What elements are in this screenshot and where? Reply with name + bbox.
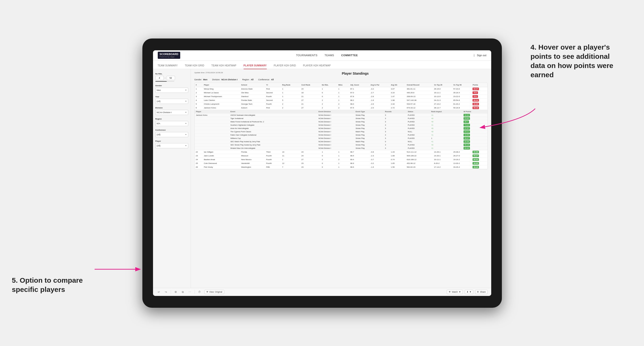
brand-sub: Powered by clippi — [160, 56, 178, 58]
sidebar-player: Player (All) ▼ — [156, 140, 188, 148]
view-icon: 👁 — [206, 291, 208, 293]
conference-label: Conference — [156, 129, 188, 131]
col-conf-rank: Conf Rank — [300, 83, 320, 87]
share-icon: ⬆ — [477, 291, 479, 293]
tooltip-row: SEC Stroke Play hosted by Jerry Pate NCA… — [195, 143, 488, 147]
brand: SCOREBOARD Powered by clippi — [158, 52, 180, 59]
tooltip-row: Mirabel Maui Jim Intercollegiate NCAA Di… — [195, 147, 488, 150]
tab-player-h2h-heatmap[interactable]: PLAYER H2H HEATMAP — [303, 64, 331, 69]
col-adj-score: Adj. Score — [349, 83, 370, 87]
eye-icon: 👁 — [449, 291, 451, 293]
view-original-label: View: Original — [209, 291, 222, 293]
chevron-down-icon-6: ▼ — [185, 145, 187, 147]
main-content: No Rds. - Gender Men ▼ — [153, 69, 491, 288]
top-nav: SCOREBOARD Powered by clippi TOURNAMENTS… — [153, 50, 491, 61]
division-value: NCAA Division I — [157, 111, 172, 114]
player-select[interactable]: (All) ▼ — [156, 143, 188, 148]
col-player: Player — [203, 83, 240, 87]
player-label: Player — [156, 140, 188, 142]
clock-button[interactable]: ⏱ — [197, 290, 202, 294]
range-sep: - — [165, 77, 166, 79]
table-row: 6 Jackson Koivu Auburn First 2 27 2 2 67… — [195, 106, 488, 110]
tablet-shell: SCOREBOARD Powered by clippi TOURNAMENTS… — [142, 38, 502, 308]
tooltip-col-type: Event Type — [354, 110, 384, 114]
tooltip-col-wpoints: W Points — [462, 110, 488, 114]
col-points: Points — [471, 83, 487, 87]
division-label: Division — [156, 107, 188, 109]
no-rds-min-input[interactable] — [156, 76, 164, 80]
table-row: 4 Luke Clanton Florida State Second 5 27… — [195, 98, 488, 102]
table-row: 1 Wenyi Ding Arizona State First 1 15 1 … — [195, 87, 488, 91]
filter-division: Division: NCAA Division I — [212, 78, 238, 81]
no-rds-label: No Rds. — [156, 73, 188, 75]
table-row: 24 Bastien Amat New Mexico Fourth 1 27 2… — [195, 158, 488, 161]
sidebar-year: Year (All) ▼ — [156, 96, 188, 104]
sidebar-conference: Conference (All) ▼ — [156, 129, 188, 137]
gender-value: Men — [157, 89, 161, 91]
undo-button[interactable]: ↩ — [156, 290, 161, 294]
nav-committee[interactable]: COMMITTEE — [341, 54, 358, 57]
sidebar-division: Division NCAA Division I ▼ — [156, 107, 188, 115]
no-rds-max-input[interactable] — [167, 76, 175, 80]
gender-select[interactable]: Men ▼ — [156, 88, 188, 93]
conference-select[interactable]: (All) ▼ — [156, 132, 188, 137]
download-button[interactable]: ⬇ ▼ — [465, 290, 474, 294]
col-reg-rank: Reg Rank — [281, 83, 300, 87]
share-button[interactable]: ⬆ Share — [475, 290, 488, 294]
year-select[interactable]: (All) ▼ — [156, 99, 188, 104]
tooltip-row: Tiger Invitational NCAA Division I Strok… — [195, 117, 488, 120]
tooltip-row: Williams Cup NCAA Division I Stroke Play… — [195, 137, 488, 140]
table-row: 25 Cole Sherwood Vanderbilt Fourth 12 23… — [195, 161, 488, 165]
sidebar: No Rds. - Gender Men ▼ — [153, 69, 191, 288]
tab-player-h2h-grid[interactable]: PLAYER H2H GRID — [274, 64, 296, 69]
nav-teams[interactable]: TEAMS — [324, 54, 334, 57]
division-select[interactable]: NCAA Division I ▼ — [156, 110, 188, 115]
col-to-par: Avg to Par — [370, 83, 390, 87]
tooltip-col-rank: Rank Impact — [430, 110, 462, 114]
tooltip-header-row: Player Event Event Division Event Type R… — [195, 110, 488, 150]
col-yr: Yr — [265, 83, 281, 87]
toolbar-divider-1 — [171, 290, 171, 294]
more-button[interactable]: ⋯ — [188, 290, 192, 294]
region-select[interactable]: N/A ▼ — [156, 121, 188, 126]
table-row: 3 Michael Thorbjornsen Stanford Fourth 1… — [195, 94, 488, 98]
table-row: 26 Petr Hruby Washington Fifth 7 23 0 1 … — [195, 165, 488, 169]
tab-team-h2h-heatmap[interactable]: TEAM H2H HEATMAP — [212, 64, 236, 69]
view-original-button[interactable]: 👁 View: Original — [204, 290, 224, 294]
tab-bar: TEAM SUMMARY TEAM H2H GRID TEAM H2H HEAT… — [153, 61, 491, 69]
chevron-down-icon-4: ▼ — [185, 123, 187, 124]
chevron-down-icon-2: ▼ — [185, 100, 187, 102]
tooltip-col-status: Status — [406, 110, 430, 114]
col-num: # — [195, 83, 203, 87]
tab-player-summary[interactable]: PLAYER SUMMARY — [244, 64, 267, 69]
chevron-down-icon-3: ▼ — [185, 112, 187, 113]
tab-team-summary[interactable]: TEAM SUMMARY — [158, 64, 178, 69]
download-icon: ⬇ — [466, 291, 468, 293]
chevron-down-icon: ▼ — [185, 89, 187, 91]
filter-conference: Conference: All — [258, 78, 274, 81]
watch-button[interactable]: 👁 Watch ▼ — [447, 290, 462, 294]
copy-button[interactable]: ⧉ — [180, 290, 185, 294]
table-row: 5 Christo Lamprecht Georgia Tech Fourth … — [195, 102, 488, 106]
toolbar-right: 👁 Watch ▼ ⬇ ▼ ⬆ Share — [447, 290, 488, 294]
year-label: Year — [156, 96, 188, 98]
tooltip-row: Amer An Intercollegiate NCAA Division I … — [195, 127, 488, 130]
content-area: Update time: 27/01/2024 16:56:26 Player … — [191, 69, 491, 288]
year-value: (All) — [157, 100, 160, 103]
toolbar-divider-2 — [195, 290, 195, 294]
tooltip-col-player: Player — [195, 110, 229, 114]
filter-region: Region: All — [242, 78, 254, 81]
filter-button[interactable]: ⚙ — [173, 290, 178, 294]
col-wins: Wins — [337, 83, 349, 87]
no-rds-slider[interactable] — [156, 81, 174, 82]
redo-button[interactable]: ↪ — [164, 290, 168, 294]
sidebar-gender: Gender Men ▼ — [156, 85, 188, 93]
col-avg-sg: Avg SG — [390, 83, 406, 87]
share-label: Share — [480, 291, 486, 293]
table-row: 2 Michael La Sasso Ole Miss Second 1 18 … — [195, 91, 488, 94]
nav-tournaments[interactable]: TOURNAMENTS — [296, 54, 318, 57]
tab-team-h2h-grid[interactable]: TEAM H2H GRID — [185, 64, 204, 69]
col-school: School — [240, 83, 265, 87]
conference-value: (All) — [157, 134, 160, 136]
sign-out-link[interactable]: Sign out — [477, 54, 486, 57]
